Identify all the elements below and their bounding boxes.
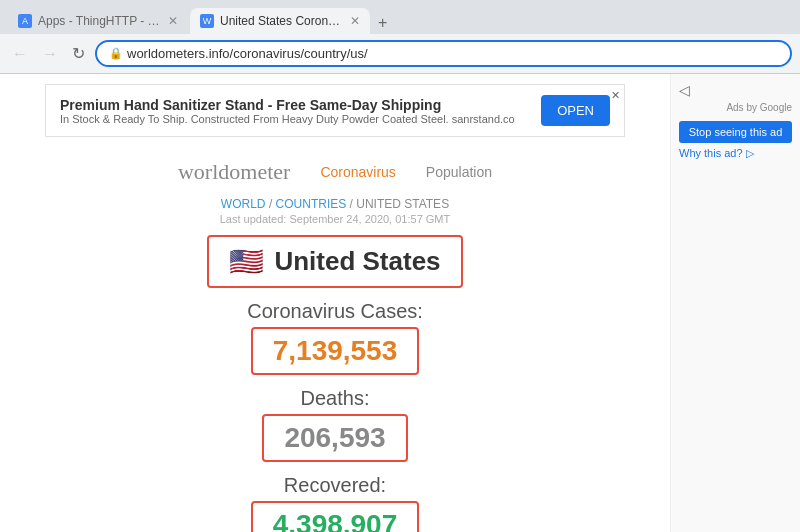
cases-value-box: 7,139,553 (251, 327, 420, 375)
tab2-favicon: W (200, 14, 214, 28)
site-header: worldometer Coronavirus Population (0, 147, 670, 191)
cases-label: Coronavirus Cases: (0, 300, 670, 323)
nav-bar: ← → ↻ 🔒 worldometers.info/coronavirus/co… (0, 34, 800, 73)
deaths-section: Deaths: 206,593 (0, 387, 670, 462)
tab1-close[interactable]: ✕ (168, 14, 178, 28)
new-tab-button[interactable]: + (372, 12, 393, 34)
logo-text: worldometer (178, 159, 290, 184)
sidebar-ad: ◁ Ads by Google Stop seeing this ad Why … (670, 74, 800, 532)
recovered-label: Recovered: (0, 474, 670, 497)
address-text: worldometers.info/coronavirus/country/us… (127, 46, 368, 61)
page-layout: ✕ Premium Hand Sanitizer Stand - Free Sa… (0, 74, 800, 532)
recovered-section: Recovered: 4,398,907 (0, 474, 670, 532)
country-name: United States (274, 246, 440, 277)
tab2-close[interactable]: ✕ (350, 14, 360, 28)
site-logo: worldometer (178, 159, 290, 185)
deaths-label: Deaths: (0, 387, 670, 410)
why-this-ad-link[interactable]: Why this ad? ▷ (679, 147, 792, 160)
ad-subtitle: In Stock & Ready To Ship. Constructed Fr… (60, 113, 529, 125)
last-updated: Last updated: September 24, 2020, 01:57 … (0, 213, 670, 225)
forward-button[interactable]: → (38, 43, 62, 65)
nav-population[interactable]: Population (426, 164, 492, 180)
deaths-value: 206,593 (284, 422, 385, 453)
sidebar-ads-label: Ads by Google (679, 102, 792, 113)
breadcrumb-current: UNITED STATES (356, 197, 449, 211)
tab1-label: Apps - ThingHTTP - ThingSp... (38, 14, 162, 28)
tab1-favicon: A (18, 14, 32, 28)
lock-icon: 🔒 (109, 47, 123, 60)
ad-text: Premium Hand Sanitizer Stand - Free Same… (60, 97, 529, 125)
page: ✕ Premium Hand Sanitizer Stand - Free Sa… (0, 74, 800, 532)
address-bar[interactable]: 🔒 worldometers.info/coronavirus/country/… (95, 40, 792, 67)
breadcrumb-countries[interactable]: COUNTRIES (276, 197, 347, 211)
back-button[interactable]: ← (8, 43, 32, 65)
deaths-value-box: 206,593 (262, 414, 407, 462)
ad-open-button[interactable]: OPEN (541, 95, 610, 126)
main-content: ✕ Premium Hand Sanitizer Stand - Free Sa… (0, 74, 670, 532)
tab-2[interactable]: W United States Coronavirus: T... ✕ (190, 8, 370, 34)
ad-title: Premium Hand Sanitizer Stand - Free Same… (60, 97, 529, 113)
country-box: 🇺🇸 United States (207, 235, 462, 288)
tab-bar: A Apps - ThingHTTP - ThingSp... ✕ W Unit… (0, 0, 800, 34)
country-flag: 🇺🇸 (229, 245, 264, 278)
tab2-label: United States Coronavirus: T... (220, 14, 344, 28)
country-section: 🇺🇸 United States (0, 235, 670, 288)
nav-coronavirus[interactable]: Coronavirus (320, 164, 395, 180)
breadcrumb: WORLD / COUNTRIES / UNITED STATES (0, 197, 670, 211)
cases-value: 7,139,553 (273, 335, 398, 366)
stop-seeing-ad-button[interactable]: Stop seeing this ad (679, 121, 792, 143)
reload-button[interactable]: ↻ (68, 42, 89, 65)
cases-section: Coronavirus Cases: 7,139,553 (0, 300, 670, 375)
recovered-value: 4,398,907 (273, 509, 398, 532)
recovered-value-box: 4,398,907 (251, 501, 420, 532)
sidebar-collapse-icon[interactable]: ◁ (679, 82, 792, 98)
browser-chrome: A Apps - ThingHTTP - ThingSp... ✕ W Unit… (0, 0, 800, 74)
ad-banner: ✕ Premium Hand Sanitizer Stand - Free Sa… (45, 84, 625, 137)
breadcrumb-world[interactable]: WORLD (221, 197, 266, 211)
tab-1[interactable]: A Apps - ThingHTTP - ThingSp... ✕ (8, 8, 188, 34)
breadcrumb-sep1: / (269, 197, 276, 211)
ad-close-icon[interactable]: ✕ (611, 89, 620, 102)
